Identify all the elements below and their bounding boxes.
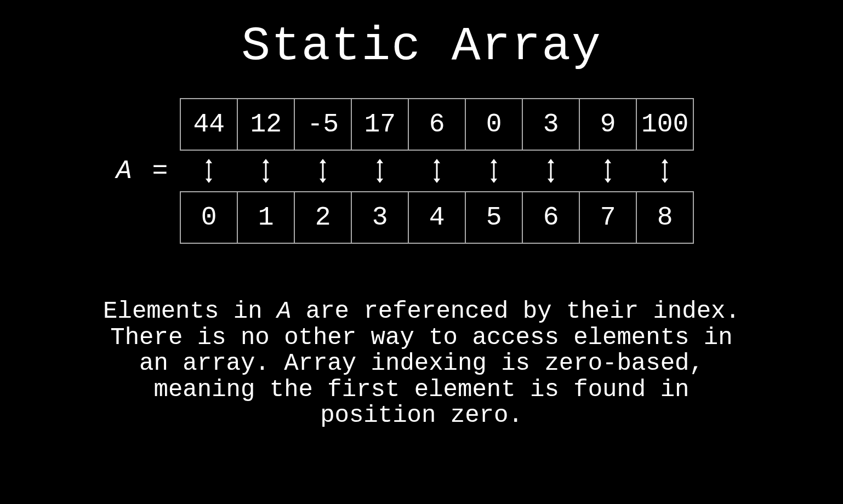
explain-part1: Elements in xyxy=(103,297,277,325)
index-cell: 5 xyxy=(465,191,523,244)
indices-row: 0 1 2 3 4 5 6 7 8 xyxy=(180,191,694,244)
index-cell: 2 xyxy=(294,191,352,244)
page-title: Static Array xyxy=(241,19,602,73)
double-arrow-icon xyxy=(237,157,295,185)
array-cell: 6 xyxy=(408,98,466,151)
array-cell: 0 xyxy=(465,98,523,151)
array-label: A = xyxy=(116,156,170,186)
index-cell: 1 xyxy=(237,191,295,244)
index-cell: 6 xyxy=(522,191,580,244)
index-cell: 4 xyxy=(408,191,466,244)
double-arrow-icon xyxy=(351,157,409,185)
array-cell: -5 xyxy=(294,98,352,151)
double-arrow-icon xyxy=(465,157,523,185)
double-arrow-icon xyxy=(294,157,352,185)
explanation-text: Elements in A are referenced by their in… xyxy=(93,299,750,429)
double-arrow-icon xyxy=(522,157,580,185)
values-row: 44 12 -5 17 6 0 3 9 100 xyxy=(180,98,694,151)
explain-var: A xyxy=(277,297,291,325)
array-cell: 9 xyxy=(579,98,637,151)
double-arrow-icon xyxy=(636,157,694,185)
index-cell: 8 xyxy=(636,191,694,244)
array-cell: 12 xyxy=(237,98,295,151)
arrows-row xyxy=(180,157,694,185)
index-cell: 7 xyxy=(579,191,637,244)
array-cell: 44 xyxy=(180,98,238,151)
double-arrow-icon xyxy=(180,157,238,185)
double-arrow-icon xyxy=(579,157,637,185)
array-cell: 3 xyxy=(522,98,580,151)
array-diagram: A = 44 12 -5 17 6 0 3 9 100 xyxy=(116,98,694,244)
index-cell: 3 xyxy=(351,191,409,244)
equals-sign: = xyxy=(134,156,170,186)
array-cell: 17 xyxy=(351,98,409,151)
array-cell: 100 xyxy=(636,98,694,151)
double-arrow-icon xyxy=(408,157,466,185)
index-cell: 0 xyxy=(180,191,238,244)
array-var: A xyxy=(116,156,134,186)
